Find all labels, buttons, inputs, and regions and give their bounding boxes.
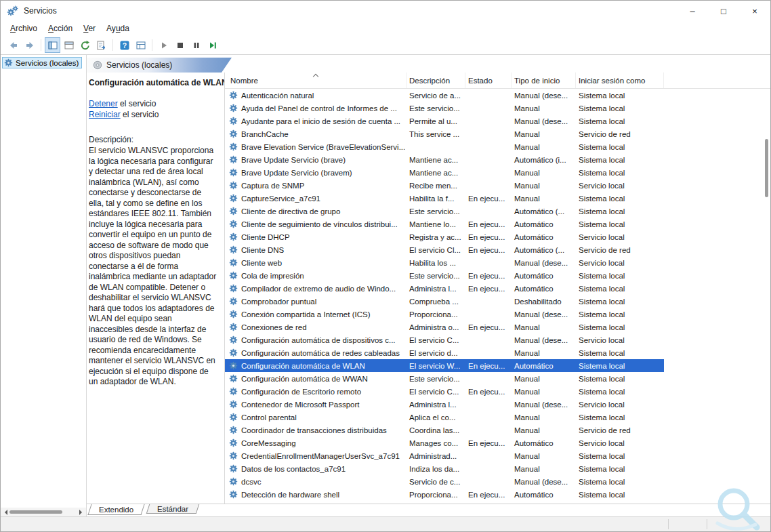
table-row[interactable]: Cliente de seguimiento de vínculos distr… bbox=[225, 218, 664, 230]
menu-item-ver[interactable]: Ver bbox=[78, 22, 101, 35]
table-row[interactable]: Comprobador puntual Comprueba ... Deshab… bbox=[225, 295, 664, 308]
table-row[interactable]: CredentialEnrollmentManagerUserSvc_a7c91… bbox=[225, 449, 664, 462]
cell-nombre: Conexiones de red bbox=[225, 321, 407, 333]
column-header-descripcion[interactable]: Descripción bbox=[407, 73, 465, 88]
cell-tipo-de-inicio: Automático bbox=[512, 230, 576, 243]
table-row[interactable]: Contenedor de Microsoft Passport Adminis… bbox=[225, 398, 664, 411]
cell-iniciar-sesion-como: Servicio de red bbox=[576, 424, 664, 436]
cell-tipo-de-inicio: Manual (dese... bbox=[512, 308, 576, 321]
restart-service-button[interactable] bbox=[205, 37, 220, 53]
column-header-nombre[interactable]: Nombre bbox=[225, 73, 407, 88]
menu-item-ayuda[interactable]: Ayuda bbox=[101, 22, 135, 35]
table-row[interactable]: Datos de los contactos_a7c91 Indiza los … bbox=[225, 462, 664, 475]
export-list-button[interactable] bbox=[93, 37, 109, 53]
table-row[interactable]: Cliente DHCP Registra y ac... En ejecu..… bbox=[225, 230, 664, 243]
cell-estado bbox=[465, 449, 512, 462]
start-service-icon bbox=[159, 40, 169, 51]
table-row[interactable]: Ayudante para el inicio de sesión de cue… bbox=[225, 115, 664, 127]
table-row[interactable]: Cliente DNS El servicio Cl... En ejecu..… bbox=[225, 243, 664, 256]
column-header-estado[interactable]: Estado bbox=[465, 73, 512, 88]
table-row[interactable]: Compilador de extremo de audio de Windo.… bbox=[225, 282, 664, 295]
cell-nombre: Ayudante para el inicio de sesión de cue… bbox=[225, 115, 407, 127]
console-tree-panel: Servicios (locales) bbox=[1, 55, 87, 516]
stop-service-line: Detener el servicio bbox=[89, 98, 217, 109]
maximize-button[interactable]: □ bbox=[708, 1, 739, 21]
table-row[interactable]: BranchCache This service ... Manual Serv… bbox=[225, 127, 664, 140]
tab-estandar[interactable]: Estándar bbox=[146, 504, 200, 514]
table-row[interactable]: Cliente web Habilita los ... Manual (des… bbox=[225, 256, 664, 269]
table-row[interactable]: Configuración automática de WWAN Este se… bbox=[225, 372, 664, 385]
description-label: Descripción: bbox=[89, 135, 217, 144]
cell-descripcion: El servicio C... bbox=[407, 333, 465, 346]
table-row[interactable]: Control parental Aplica el co... Manual … bbox=[225, 411, 664, 424]
table-row[interactable]: Brave Update Servicio (bravem) Mantiene … bbox=[225, 166, 664, 179]
table-row[interactable]: Configuración automática de redes cablea… bbox=[225, 346, 664, 359]
table-row[interactable]: Cola de impresión Este servicio... En ej… bbox=[225, 269, 664, 282]
table-row[interactable]: Configuración automática de WLAN El serv… bbox=[225, 359, 664, 372]
service-gear-icon bbox=[229, 297, 238, 306]
table-row[interactable]: Ayuda del Panel de control de Informes d… bbox=[225, 102, 664, 115]
cell-iniciar-sesion-como: Sistema local bbox=[576, 192, 664, 205]
start-service-button[interactable] bbox=[156, 37, 171, 53]
properties-button[interactable] bbox=[61, 37, 77, 53]
show-console-tree-button[interactable] bbox=[45, 37, 60, 53]
forward-button[interactable] bbox=[22, 37, 37, 53]
table-row[interactable]: Configuración automática de dispositivos… bbox=[225, 333, 664, 346]
table-row[interactable]: Autenticación natural Servicio de a... M… bbox=[225, 89, 664, 102]
cell-nombre: CaptureService_a7c91 bbox=[225, 192, 407, 205]
close-button[interactable]: × bbox=[739, 1, 770, 21]
table-row[interactable]: Coordinador de transacciones distribuida… bbox=[225, 424, 664, 436]
statusbar bbox=[1, 516, 770, 531]
cell-nombre: Brave Update Servicio (brave) bbox=[225, 153, 407, 166]
tree-item-servicios-locales[interactable]: Servicios (locales) bbox=[2, 57, 82, 68]
service-gear-icon bbox=[229, 426, 238, 434]
table-row[interactable]: Conexión compartida a Internet (ICS) Pro… bbox=[225, 308, 664, 321]
table-row[interactable]: Brave Update Servicio (brave) Mantiene a… bbox=[225, 153, 664, 166]
cell-tipo-de-inicio: Manual bbox=[512, 192, 576, 205]
vertical-scrollbar-thumb[interactable] bbox=[765, 139, 768, 197]
refresh-button[interactable] bbox=[77, 37, 93, 53]
tab-extendido[interactable]: Extendido bbox=[87, 504, 144, 515]
column-header-iniciar-sesion-como[interactable]: Iniciar sesión como bbox=[576, 73, 664, 88]
pause-service-button[interactable] bbox=[188, 37, 204, 53]
back-button[interactable] bbox=[5, 37, 21, 53]
view-options-button[interactable] bbox=[133, 37, 148, 53]
menu-item-archivo[interactable]: Archivo bbox=[5, 22, 43, 35]
restart-service-link[interactable]: Reiniciar bbox=[89, 110, 121, 119]
horizontal-scrollbar[interactable] bbox=[1, 508, 86, 516]
table-row[interactable]: dcsvc Servicio de c... Manual (dese... S… bbox=[225, 475, 664, 488]
cell-descripcion: Administra l... bbox=[407, 282, 465, 295]
services-app-icon bbox=[7, 5, 19, 17]
minimize-button[interactable]: – bbox=[677, 1, 708, 21]
table-row[interactable]: Captura de SNMP Recibe men... Manual Ser… bbox=[225, 179, 664, 192]
cell-iniciar-sesion-como: Sistema local bbox=[576, 372, 664, 385]
cell-descripcion: Mantiene ac... bbox=[407, 166, 465, 179]
help-button[interactable]: ? bbox=[117, 37, 132, 53]
stop-service-link[interactable]: Detener bbox=[89, 99, 118, 108]
cell-estado bbox=[465, 333, 512, 346]
cell-tipo-de-inicio: Automático bbox=[512, 218, 576, 230]
table-row[interactable]: Detección de hardware shell Proporciona.… bbox=[225, 488, 664, 501]
table-row[interactable]: Configuración de Escritorio remoto El se… bbox=[225, 385, 664, 398]
table-row[interactable]: Brave Elevation Service (BraveElevationS… bbox=[225, 140, 664, 153]
cell-descripcion: Este servicio... bbox=[407, 205, 465, 218]
scroll-right-icon[interactable] bbox=[79, 510, 85, 515]
service-gear-icon bbox=[229, 310, 238, 319]
horizontal-scrollbar-thumb[interactable] bbox=[9, 510, 62, 514]
cell-iniciar-sesion-como: Sistema local bbox=[576, 385, 664, 398]
cell-estado bbox=[465, 346, 512, 359]
table-row[interactable]: CaptureService_a7c91 Habilita la f... En… bbox=[225, 192, 664, 205]
menu-item-accion[interactable]: Acción bbox=[43, 22, 78, 35]
table-row[interactable]: CoreMessaging Manages co... En ejecu... … bbox=[225, 436, 664, 449]
cell-tipo-de-inicio: Manual (dese... bbox=[512, 89, 576, 102]
table-row[interactable]: Cliente de directiva de grupo Este servi… bbox=[225, 205, 664, 218]
column-header-tipo-de-inicio[interactable]: Tipo de inicio bbox=[512, 73, 576, 88]
table-row[interactable]: Conexiones de red Administra o... En eje… bbox=[225, 321, 664, 333]
service-gear-icon bbox=[229, 117, 238, 125]
properties-icon bbox=[64, 40, 75, 51]
cell-iniciar-sesion-como: Sistema local bbox=[576, 153, 664, 166]
cell-tipo-de-inicio: Manual bbox=[512, 102, 576, 115]
stop-service-button[interactable] bbox=[172, 37, 188, 53]
menubar: Archivo Acción Ver Ayuda bbox=[1, 21, 770, 36]
scroll-left-icon[interactable] bbox=[2, 510, 7, 515]
